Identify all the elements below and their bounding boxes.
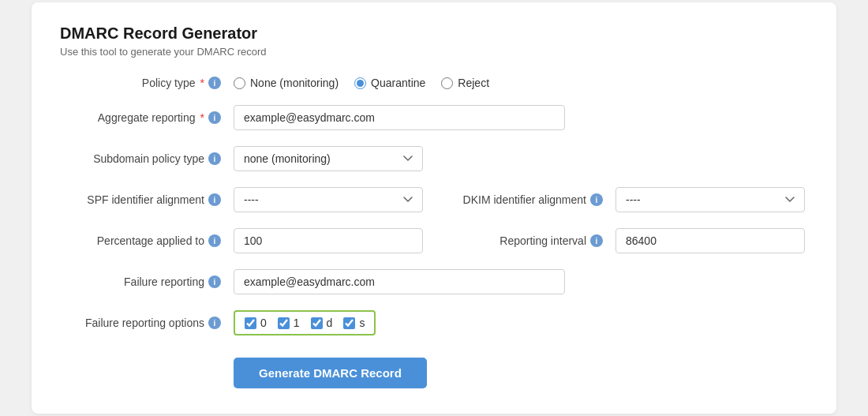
- checkbox-s-label[interactable]: s: [343, 317, 365, 329]
- failure-reporting-info-icon[interactable]: i: [208, 275, 221, 288]
- spf-alignment-col: SPF identifier alignment i ---- relaxed …: [60, 187, 434, 212]
- checkbox-0[interactable]: [245, 317, 256, 329]
- aggregate-reporting-label: Aggregate reporting* i: [60, 111, 234, 124]
- aggregate-reporting-info-icon[interactable]: i: [208, 111, 221, 124]
- dkim-alignment-label: DKIM identifier alignment i: [434, 193, 615, 206]
- percentage-interval-row: Percentage applied to i Reporting interv…: [60, 228, 808, 253]
- radio-reject-input[interactable]: [441, 77, 453, 89]
- percentage-info-icon[interactable]: i: [208, 234, 221, 247]
- reporting-interval-input[interactable]: [615, 228, 805, 253]
- checkbox-s[interactable]: [343, 317, 355, 329]
- percentage-col: Percentage applied to i: [60, 228, 434, 253]
- policy-type-info-icon[interactable]: i: [208, 77, 221, 89]
- checkbox-1[interactable]: [278, 317, 290, 329]
- aggregate-reporting-row: Aggregate reporting* i: [60, 105, 808, 130]
- failure-options-info-icon[interactable]: i: [208, 317, 221, 329]
- radio-none-input[interactable]: [234, 77, 245, 89]
- radio-reject[interactable]: Reject: [441, 77, 489, 89]
- card: DMARC Record Generator Use this tool to …: [32, 2, 836, 414]
- reporting-interval-info-icon[interactable]: i: [590, 234, 603, 247]
- checkbox-1-label[interactable]: 1: [278, 317, 300, 329]
- spf-alignment-info-icon[interactable]: i: [208, 193, 221, 206]
- dkim-alignment-info-icon[interactable]: i: [590, 193, 603, 206]
- reporting-interval-col: Reporting interval i: [434, 228, 808, 253]
- subdomain-policy-label: Subdomain policy type i: [60, 152, 234, 165]
- subdomain-policy-row: Subdomain policy type i none (monitoring…: [60, 146, 808, 171]
- dkim-alignment-col: DKIM identifier alignment i ---- relaxed…: [434, 187, 808, 212]
- failure-reporting-row: Failure reporting i: [60, 269, 808, 294]
- failure-options-label: Failure reporting options i: [60, 317, 234, 329]
- checkbox-d[interactable]: [311, 317, 323, 329]
- subdomain-policy-info-icon[interactable]: i: [208, 152, 221, 165]
- failure-options-wrapper: 0 1 d s: [234, 310, 376, 335]
- percentage-input[interactable]: [234, 228, 423, 253]
- generate-button[interactable]: Generate DMARC Record: [234, 358, 427, 388]
- page-subtitle: Use this tool to generate your DMARC rec…: [60, 46, 808, 58]
- policy-type-row: Policy type* i None (monitoring) Quarant…: [60, 77, 808, 89]
- aggregate-reporting-input[interactable]: [234, 105, 565, 130]
- reporting-interval-label: Reporting interval i: [434, 234, 615, 247]
- page-title: DMARC Record Generator: [60, 24, 808, 43]
- spf-alignment-label: SPF identifier alignment i: [60, 193, 234, 206]
- radio-quarantine-input[interactable]: [354, 77, 366, 89]
- checkbox-0-label[interactable]: 0: [245, 317, 267, 329]
- subdomain-policy-select[interactable]: none (monitoring) quarantine reject: [234, 146, 423, 171]
- checkbox-d-label[interactable]: d: [311, 317, 333, 329]
- policy-type-radio-group: None (monitoring) Quarantine Reject: [234, 77, 489, 89]
- generate-btn-row: Generate DMARC Record: [60, 351, 808, 388]
- percentage-label: Percentage applied to i: [60, 234, 234, 247]
- radio-none[interactable]: None (monitoring): [234, 77, 339, 89]
- alignment-row: SPF identifier alignment i ---- relaxed …: [60, 187, 808, 212]
- failure-options-row: Failure reporting options i 0 1 d s: [60, 310, 808, 335]
- policy-type-label: Policy type* i: [60, 77, 234, 89]
- failure-reporting-input[interactable]: [234, 269, 565, 294]
- spf-alignment-select[interactable]: ---- relaxed strict: [234, 187, 423, 212]
- failure-reporting-label: Failure reporting i: [60, 275, 234, 288]
- dkim-alignment-select[interactable]: ---- relaxed strict: [615, 187, 805, 212]
- radio-quarantine[interactable]: Quarantine: [354, 77, 425, 89]
